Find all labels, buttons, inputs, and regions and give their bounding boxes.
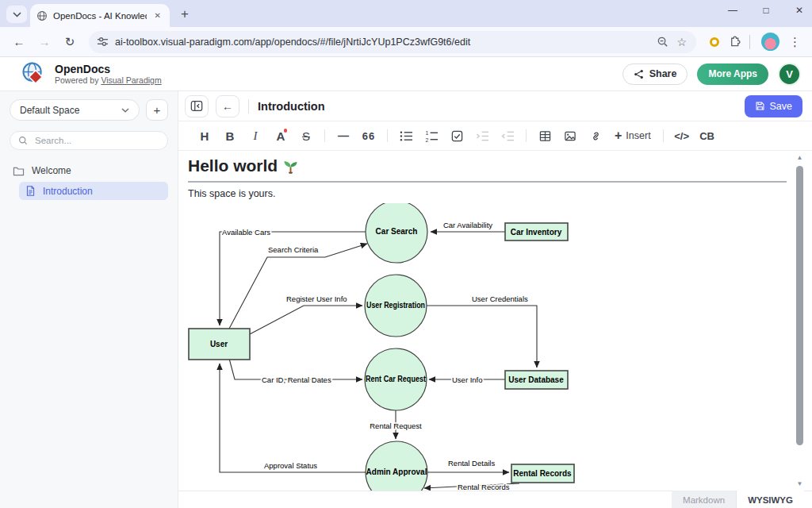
doc-header: ← Introduction Save	[178, 91, 812, 121]
svg-text:1: 1	[425, 130, 428, 136]
node-label: User Database	[508, 375, 564, 384]
save-button[interactable]: Save	[745, 95, 803, 117]
sidebar-item-introduction[interactable]: Introduction	[19, 182, 168, 200]
heading-button[interactable]: H	[192, 125, 217, 146]
node-label: User	[210, 340, 228, 348]
reload-button[interactable]: ↻	[59, 31, 81, 53]
editor-toolbar: H B I A S — 66 12	[178, 121, 812, 151]
code-block-button[interactable]: CB	[695, 125, 720, 146]
edge-label: Car ID, Rental Dates	[262, 375, 331, 384]
sidebar-item-welcome[interactable]: Welcome	[10, 163, 168, 179]
content-scrollbar[interactable]: ▲ ▼	[795, 152, 805, 489]
scrollbar-thumb[interactable]	[796, 166, 803, 445]
edge-label: User Info	[452, 375, 483, 384]
divider	[526, 129, 527, 142]
visual-paradigm-link[interactable]: Visual Paradigm	[101, 75, 161, 85]
back-page-button[interactable]: ←	[216, 95, 239, 117]
save-icon	[755, 101, 765, 111]
editor-footer: Markdown WYSIWYG	[178, 491, 812, 508]
edge-search-criteria	[229, 244, 367, 329]
outdent-button[interactable]	[495, 125, 520, 146]
numbered-list-button[interactable]: 12	[419, 125, 444, 146]
browser-tab[interactable]: OpenDocs - AI Knowledge Base ✕	[30, 4, 170, 27]
blockquote-button[interactable]: 66	[356, 125, 381, 146]
globe-icon	[36, 10, 48, 21]
search-input[interactable]	[33, 135, 144, 146]
window-maximize-button[interactable]: □	[760, 5, 772, 16]
app-body: Default Space + Welcome Introduction	[0, 91, 812, 508]
table-button[interactable]	[532, 125, 557, 146]
image-button[interactable]	[557, 125, 583, 146]
zoom-out-icon[interactable]	[657, 36, 668, 48]
save-label: Save	[770, 101, 793, 112]
tab-wysiwyg[interactable]: WYSIWYG	[736, 491, 804, 508]
add-space-button[interactable]: +	[146, 99, 168, 121]
space-selector[interactable]: Default Space	[10, 99, 140, 121]
sidebar: Default Space + Welcome Introduction	[0, 91, 178, 508]
process-admin-approval	[366, 441, 427, 491]
browser-menu-icon[interactable]: ⋮	[786, 35, 804, 49]
collapse-sidebar-button[interactable]	[185, 95, 209, 117]
search-box[interactable]	[10, 131, 168, 150]
edge-user-credentials	[427, 306, 537, 368]
scroll-up-icon[interactable]: ▲	[795, 154, 805, 161]
inline-code-button[interactable]: </>	[669, 125, 695, 146]
tab-markdown[interactable]: Markdown	[672, 491, 736, 508]
divider	[387, 129, 388, 142]
red-dot	[284, 129, 288, 133]
strikethrough-button[interactable]: S	[293, 125, 319, 146]
window-minimize-button[interactable]: —	[726, 5, 739, 16]
forward-button[interactable]: →	[33, 31, 56, 53]
font-color-button[interactable]: A	[268, 125, 293, 146]
node-label: Rent Car Request	[366, 375, 427, 383]
editor-content[interactable]: Hello world This space is yours.	[178, 151, 812, 491]
tab-search-button[interactable]	[6, 6, 27, 23]
divider	[248, 99, 249, 114]
url-input[interactable]: ai-toolbox.visual-paradigm.com/app/opend…	[115, 37, 650, 48]
edge-label: Register User Info	[286, 294, 347, 303]
tab-title: OpenDocs - AI Knowledge Base	[53, 11, 147, 21]
url-bar[interactable]: ai-toolbox.visual-paradigm.com/app/opend…	[89, 31, 696, 53]
italic-button[interactable]: I	[243, 125, 268, 146]
share-button[interactable]: Share	[622, 64, 688, 85]
indent-button[interactable]	[469, 125, 495, 146]
bold-button[interactable]: B	[217, 125, 243, 146]
header-actions: Share More Apps V	[622, 63, 801, 86]
outdent-icon	[501, 130, 515, 142]
bookmark-star-icon[interactable]: ☆	[675, 36, 688, 48]
window-close-button[interactable]: ✕	[793, 5, 806, 16]
tab-close-icon[interactable]: ✕	[152, 10, 163, 21]
edge-register-user-info	[250, 306, 362, 334]
extensions-puzzle-icon[interactable]	[728, 35, 741, 48]
edge-label: Rental Request	[370, 421, 422, 430]
app-header: OpenDocs Powered by Visual Paradigm Shar…	[0, 57, 812, 91]
plus-icon: +	[615, 129, 622, 143]
space-selector-value: Default Space	[20, 105, 79, 116]
folder-icon	[13, 166, 25, 176]
data-flow-diagram[interactable]: Car Search Car Inventory User Registrati…	[186, 203, 812, 491]
share-icon	[634, 69, 644, 79]
table-icon	[539, 130, 551, 142]
extension-badge-icon[interactable]	[710, 37, 719, 47]
node-label: Rental Records	[513, 469, 572, 478]
new-tab-button[interactable]: +	[176, 6, 193, 22]
scroll-down-icon[interactable]: ▼	[795, 480, 805, 487]
bullet-list-icon	[400, 130, 413, 142]
edge-label: Approval Status	[264, 461, 317, 470]
page-tree: Welcome Introduction	[10, 163, 168, 200]
bullet-list-button[interactable]	[393, 125, 419, 146]
user-avatar[interactable]: V	[778, 63, 801, 86]
svg-text:2: 2	[425, 137, 428, 141]
powered-by: Powered by Visual Paradigm	[55, 75, 162, 85]
site-settings-icon[interactable]	[97, 36, 109, 48]
profile-avatar[interactable]	[761, 33, 779, 51]
checklist-button[interactable]	[444, 125, 469, 146]
insert-button[interactable]: + Insert	[608, 125, 657, 146]
back-button[interactable]: ←	[8, 31, 30, 53]
powered-by-text: Powered by	[55, 75, 98, 85]
horizontal-rule-button[interactable]: —	[331, 125, 356, 146]
edge-label: Rental Records	[458, 483, 510, 491]
more-apps-button[interactable]: More Apps	[697, 64, 768, 85]
link-button[interactable]	[583, 125, 608, 146]
space-row: Default Space +	[10, 99, 168, 121]
